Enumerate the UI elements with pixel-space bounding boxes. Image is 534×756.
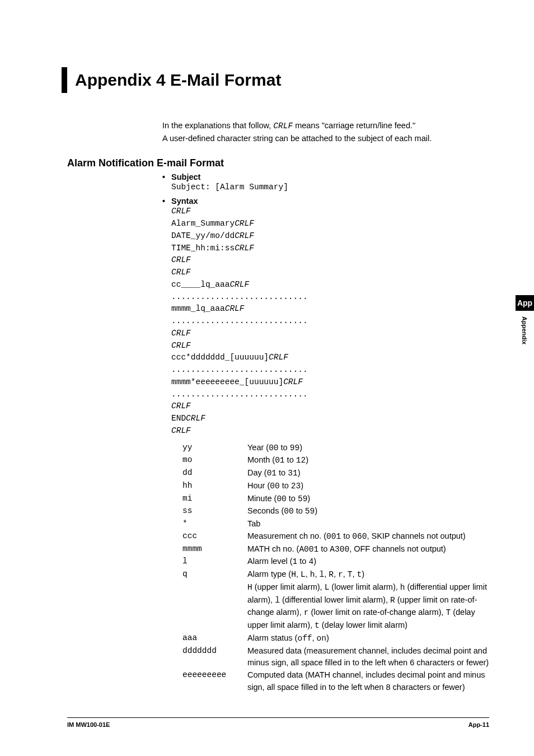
param-key: l [182,556,247,568]
page-title: Appendix 4 E-Mail Format [75,67,281,93]
param-desc: Alarm level (1 to 4) [247,556,489,568]
param-key: ss [182,505,247,518]
param-key: mi [182,493,247,506]
param-desc: Month (01 to 12) [247,454,489,467]
bullet-dot-icon: • [162,197,171,206]
param-key: yy [182,442,247,455]
param-desc: Seconds (00 to 59) [247,505,489,518]
syntax-block: CRLF Alarm_SummaryCRLF DATE_yy/mo/ddCRLF… [171,206,489,437]
param-desc: Minute (00 to 59) [247,493,489,506]
param-key: q [182,568,247,632]
param-key: mo [182,454,247,467]
title-block: Appendix 4 E-Mail Format [62,67,489,93]
param-row: aaaAlarm status (off, on) [182,632,489,645]
param-row: cccMeasurement ch no. (001 to 060, SKIP … [182,530,489,543]
param-key: ddddddd [182,645,247,670]
param-key: aaa [182,632,247,645]
param-row: eeeeeeeeeComputed data (MATH channel, in… [182,669,489,694]
param-desc: Year (00 to 99) [247,442,489,455]
title-bar [62,67,67,93]
param-desc: Alarm status (off, on) [247,632,489,645]
param-row: ddDay (01 to 31) [182,467,489,480]
syntax-label: Syntax [171,197,198,206]
param-key: * [182,518,247,530]
subject-line: Subject: [Alarm Summary] [171,181,489,194]
side-tab-label: Appendix [516,311,528,344]
param-desc: Day (01 to 31) [247,467,489,480]
param-key: dd [182,467,247,480]
param-desc: Measured data (measurement channel, incl… [247,645,489,670]
intro-text-a: In the explanations that follow, [162,121,273,130]
page: Appendix 4 E-Mail Format In the explanat… [0,0,534,727]
param-row: yyYear (00 to 99) [182,442,489,455]
param-row: mmmmMATH ch no. (A001 to A300, OFF chann… [182,543,489,556]
param-desc: Computed data (MATH channel, includes de… [247,669,489,694]
param-key: hh [182,480,247,493]
param-row: ssSeconds (00 to 59) [182,505,489,518]
intro-paragraph: In the explanations that follow, CRLF me… [162,120,489,145]
param-key: ccc [182,530,247,543]
footer-right: App-11 [469,721,489,728]
param-desc: Hour (00 to 23) [247,480,489,493]
param-desc: Measurement ch no. (001 to 060, SKIP cha… [247,530,489,543]
syntax-bullet: • Syntax [162,197,489,206]
param-key: mmmm [182,543,247,556]
intro-line2: A user-defined character string can be a… [162,134,432,143]
param-desc: Alarm type (H, L, h, l, R, r, T, t)H (up… [247,568,489,632]
param-row: miMinute (00 to 59) [182,493,489,506]
param-row: lAlarm level (1 to 4) [182,556,489,568]
param-row: hhHour (00 to 23) [182,480,489,493]
params-block: yyYear (00 to 99)moMonth (01 to 12)ddDay… [182,442,489,694]
param-row: moMonth (01 to 12) [182,454,489,467]
footer-left: IM MW100-01E [67,721,110,728]
param-row: dddddddMeasured data (measurement channe… [182,645,489,670]
intro-text-b: means "carriage return/line feed." [293,121,415,130]
param-key: eeeeeeeee [182,669,247,694]
section-heading: Alarm Notification E-mail Format [67,157,489,169]
subject-label: Subject [171,172,200,181]
intro-code: CRLF [273,122,293,130]
param-desc: MATH ch no. (A001 to A300, OFF channels … [247,543,489,556]
side-tab: App Appendix [516,295,534,344]
footer: IM MW100-01E App-11 [67,717,489,728]
param-row: *Tab [182,518,489,530]
subject-bullet: • Subject [162,172,489,181]
bullet-dot-icon: • [162,172,171,181]
side-tab-code: App [516,295,534,311]
param-desc: Tab [247,518,489,530]
param-row: qAlarm type (H, L, h, l, R, r, T, t)H (u… [182,568,489,632]
